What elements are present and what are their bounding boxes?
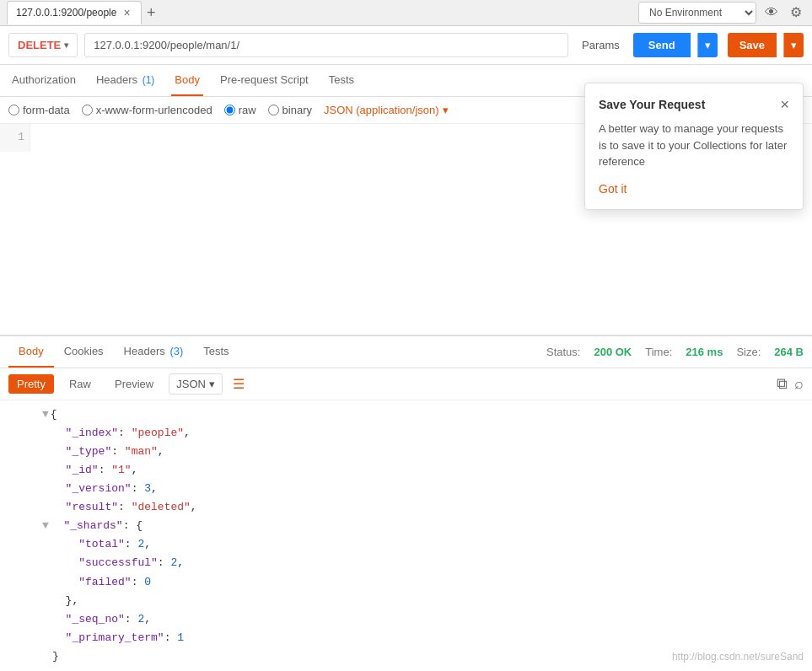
resp-tab-headers[interactable]: Headers (3) xyxy=(114,336,194,368)
fmt-tab-pretty[interactable]: Pretty xyxy=(8,374,54,394)
json-type-chevron-icon: ▾ xyxy=(443,104,449,116)
watermark: http://blog.csdn.net/sureSand xyxy=(672,651,804,663)
tab-pre-request-script[interactable]: Pre-request Script xyxy=(217,65,312,96)
json-response-container: 1234567891011121314 ▼{ "_index": "people… xyxy=(0,400,812,671)
save-popup: Save Your Request × A better way to mana… xyxy=(584,83,804,210)
save-popup-header: Save Your Request × xyxy=(599,97,789,112)
url-input[interactable] xyxy=(84,33,568,57)
tab-headers[interactable]: Headers (1) xyxy=(93,65,158,96)
response-tab-bar: Body Cookies Headers (3) Tests Status: 2… xyxy=(0,336,812,368)
send-chevron-button[interactable]: ▾ xyxy=(697,33,718,57)
format-actions: ⧉ ⌕ xyxy=(777,375,804,393)
format-chevron-icon: ▾ xyxy=(209,378,215,390)
tab-body[interactable]: Body xyxy=(171,65,203,96)
fmt-tab-raw[interactable]: Raw xyxy=(61,374,99,394)
save-popup-description: A better way to manage your requests is … xyxy=(599,121,789,170)
option-urlencoded[interactable]: x-www-form-urlencoded xyxy=(82,104,212,116)
time-value: 216 ms xyxy=(686,346,723,358)
send-button[interactable]: Send xyxy=(633,33,691,57)
response-status-bar: Status: 200 OK Time: 216 ms Size: 264 B xyxy=(546,346,804,358)
format-row: Pretty Raw Preview JSON ▾ ☰ ⧉ ⌕ xyxy=(0,368,812,400)
add-tab-button[interactable]: + xyxy=(147,5,156,20)
response-section: Body Cookies Headers (3) Tests Status: 2… xyxy=(0,335,812,671)
json-type-select[interactable]: JSON (application/json) ▾ xyxy=(324,104,449,116)
method-chevron-icon: ▾ xyxy=(64,40,68,50)
save-popup-close-button[interactable]: × xyxy=(780,97,789,112)
option-binary[interactable]: binary xyxy=(268,104,312,116)
resp-tab-tests[interactable]: Tests xyxy=(193,336,239,368)
gear-icon[interactable]: ⚙ xyxy=(787,1,805,24)
save-popup-got-it-link[interactable]: Got it xyxy=(599,182,626,196)
tab-close-icon[interactable]: × xyxy=(123,6,130,19)
line-numbers: 1 xyxy=(0,124,30,152)
save-popup-title: Save Your Request xyxy=(599,98,705,111)
eye-icon[interactable]: 👁 xyxy=(761,2,782,24)
browser-tab[interactable]: 127.0.0.1:9200/people × xyxy=(7,1,142,24)
url-bar: DELETE ▾ Params Send ▾ Save ▾ xyxy=(0,26,812,65)
option-form-data[interactable]: form-data xyxy=(8,104,70,116)
status-label: Status: xyxy=(546,346,580,358)
fmt-tab-preview[interactable]: Preview xyxy=(106,374,162,394)
size-value: 264 B xyxy=(774,346,804,358)
json-response-content: ▼{ "_index": "people", "_type": "man", "… xyxy=(0,400,812,671)
time-label: Time: xyxy=(645,346,672,358)
method-label: DELETE xyxy=(18,39,61,51)
resp-tab-cookies[interactable]: Cookies xyxy=(54,336,114,368)
save-chevron-button[interactable]: ▾ xyxy=(783,33,804,57)
tab-tests[interactable]: Tests xyxy=(325,65,358,96)
tab-authorization[interactable]: Authorization xyxy=(8,65,79,96)
format-type-select[interactable]: JSON ▾ xyxy=(169,373,223,395)
copy-button[interactable]: ⧉ xyxy=(777,375,788,393)
env-select[interactable]: No Environment xyxy=(638,2,756,24)
size-label: Size: xyxy=(736,346,761,358)
params-button[interactable]: Params xyxy=(575,34,626,56)
search-button[interactable]: ⌕ xyxy=(794,375,804,393)
resp-tab-body[interactable]: Body xyxy=(8,336,54,368)
status-value: 200 OK xyxy=(594,346,632,358)
option-raw[interactable]: raw xyxy=(224,104,256,116)
save-button[interactable]: Save xyxy=(728,33,777,57)
browser-tab-label: 127.0.0.1:9200/people xyxy=(16,7,116,19)
method-button[interactable]: DELETE ▾ xyxy=(8,33,78,57)
wrap-lines-icon[interactable]: ☰ xyxy=(233,376,245,392)
